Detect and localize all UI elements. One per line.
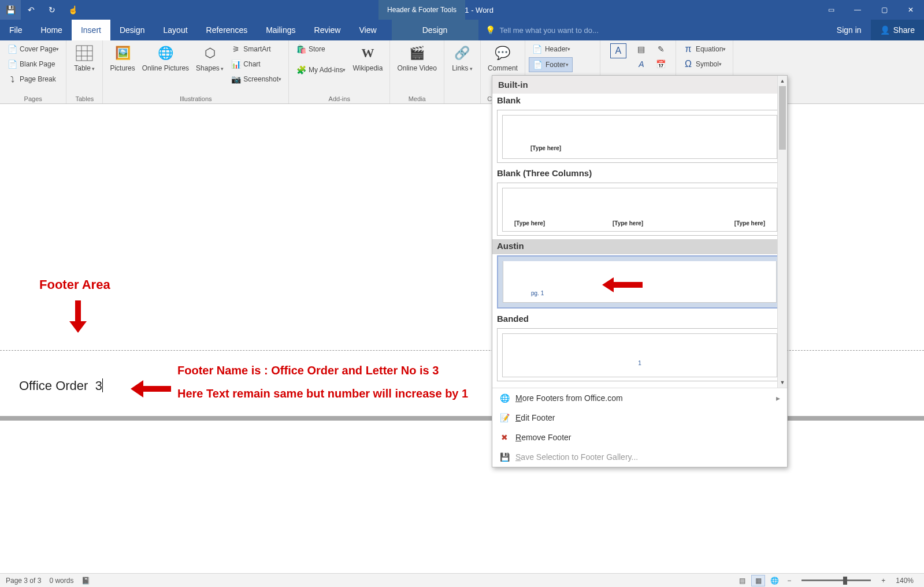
quickparts-button[interactable]: ▤ [633,42,652,56]
header-button[interactable]: 📄Header [529,42,574,56]
zoom-slider[interactable] [801,579,871,581]
store-button[interactable]: 🛍️Store [292,42,329,56]
gallery-item-austin[interactable]: pg. 1 [497,255,782,309]
textbox-button[interactable]: A [604,42,633,61]
print-layout-icon[interactable]: ▦ [751,575,765,586]
comment-button[interactable]: 💬Comment [484,42,521,73]
tab-home[interactable]: Home [32,20,72,40]
footer-button[interactable]: 📄Footer [529,57,573,72]
minimize-icon[interactable]: — [844,0,871,20]
share-icon: 👤 [880,25,890,35]
annotation-line2: Here Text remain same but number will in… [177,387,468,400]
tab-insert[interactable]: Insert [72,20,110,40]
online-pictures-button[interactable]: 🌐Online Pictures [139,42,192,73]
footer-text[interactable]: Office Order 3 [19,378,103,393]
more-footers-label: More Footers from Office.com [515,393,623,403]
annotation-arrow-austin-icon [602,277,643,292]
page-break-button[interactable]: ⤵Page Break [3,72,60,86]
status-bar: Page 3 of 3 0 words 📓 ▤ ▦ 🌐 − + 140% [0,573,924,587]
redo-icon[interactable]: ↻ [42,0,62,20]
gallery-scrollbar[interactable]: ▲ ▼ [777,76,787,388]
group-illustrations: 🖼️Pictures 🌐Online Pictures ⬡Shapes ⚞Sma… [103,40,289,103]
pictures-button[interactable]: 🖼️Pictures [106,42,138,73]
my-addins-button[interactable]: 🧩My Add-ins [292,63,349,77]
cover-page-icon: 📄 [7,44,17,54]
tab-review[interactable]: Review [305,20,350,40]
zoom-level[interactable]: 140% [891,577,918,585]
links-button[interactable]: 🔗Links [448,42,477,73]
date-time-button[interactable]: 📅 [652,57,672,71]
blank-page-button[interactable]: 📄Blank Page [3,57,58,71]
share-button[interactable]: 👤 Share [871,20,924,40]
status-page[interactable]: Page 3 of 3 [6,577,41,585]
wikipedia-label: Wikipedia [352,64,383,72]
tab-hf-design[interactable]: Design [392,20,478,40]
page-break-icon: ⤵ [7,74,17,84]
scroll-track[interactable] [778,86,787,377]
undo-icon[interactable]: ↶ [21,0,42,20]
screenshot-button[interactable]: 📷Screenshot [227,72,285,86]
signature-line-button[interactable]: ✎ [652,42,672,56]
footer-gallery-scroll[interactable]: Built-in Blank [Type here] Blank (Three … [492,76,787,388]
status-words[interactable]: 0 words [49,577,73,585]
symbol-button[interactable]: ΩSymbol [680,57,725,71]
tab-layout[interactable]: Layout [154,20,197,40]
sign-in-link[interactable]: Sign in [827,20,871,40]
tab-references[interactable]: References [197,20,257,40]
blank-page-icon: 📄 [7,59,17,69]
title-bar: 💾 ↶ ↻ ☝ Document1 - Word Header & Footer… [0,0,924,20]
smartart-icon: ⚞ [231,44,241,54]
more-footers-menuitem[interactable]: 🌐 More Footers from Office.com ▸ [492,388,787,408]
chart-button[interactable]: 📊Chart [227,57,264,71]
page-break-label: Page Break [20,75,56,83]
group-media: 🎬Online Video Media [390,40,444,103]
scroll-down-icon[interactable]: ▼ [778,377,787,388]
gallery-item-banded[interactable]: 1 [497,328,782,381]
links-label: Links [452,64,473,72]
remove-footer-menuitem[interactable]: ✖ Remove Footer [492,428,787,447]
tab-design[interactable]: Design [110,20,154,40]
austin-page-number: pg. 1 [531,290,544,296]
shapes-label: Shapes [196,64,224,72]
maximize-icon[interactable]: ▢ [871,0,897,20]
wikipedia-button[interactable]: WWikipedia [349,42,386,73]
ribbon-display-options-icon[interactable]: ▭ [818,0,844,20]
tab-mailings[interactable]: Mailings [257,20,305,40]
bulb-icon: 💡 [485,25,495,35]
gallery-item-blank3[interactable]: [Type here] [Type here] [Type here] [497,183,782,236]
zoom-slider-knob[interactable] [843,577,847,585]
zoom-in-icon[interactable]: + [878,577,889,585]
gallery-item-austin-title: Austin [492,239,787,254]
tell-me-input[interactable]: 💡 Tell me what you want to do... [478,20,827,40]
wordart-button[interactable]: A [633,57,652,71]
proofing-icon[interactable]: 📓 [81,577,90,585]
table-button[interactable]: Table [70,42,99,73]
annotation-footer-area: Footer Area [39,277,110,292]
web-layout-icon[interactable]: 🌐 [767,575,781,586]
zoom-out-icon[interactable]: − [784,577,795,585]
text-cursor [102,378,103,392]
gallery-item-blank[interactable]: [Type here] [497,110,782,163]
comment-icon: 💬 [493,43,513,63]
symbol-label: Symbol [696,60,719,68]
tab-file[interactable]: File [0,20,32,40]
smartart-button[interactable]: ⚞SmartArt [227,42,274,56]
touch-mode-icon[interactable]: ☝ [62,0,83,20]
footer-gallery-dropdown: Built-in Blank [Type here] Blank (Three … [492,75,788,467]
save-icon[interactable]: 💾 [0,0,21,20]
online-video-button[interactable]: 🎬Online Video [394,42,440,73]
footer-icon: 📄 [533,60,543,70]
cover-page-button[interactable]: 📄Cover Page [3,42,62,56]
svg-marker-6 [69,321,87,333]
quick-access-toolbar: 💾 ↶ ↻ ☝ [0,0,83,20]
close-icon[interactable]: ✕ [897,0,924,20]
read-mode-icon[interactable]: ▤ [735,575,749,586]
footer-gallery-menu: 🌐 More Footers from Office.com ▸ 📝 Edit … [492,388,787,467]
scroll-thumb[interactable] [779,86,786,150]
scroll-up-icon[interactable]: ▲ [778,76,787,86]
edit-footer-menuitem[interactable]: 📝 Edit Footer [492,408,787,428]
tab-view[interactable]: View [350,20,385,40]
equation-button[interactable]: πEquation [680,42,729,56]
remove-icon: ✖ [499,432,510,443]
shapes-button[interactable]: ⬡Shapes [192,42,227,73]
